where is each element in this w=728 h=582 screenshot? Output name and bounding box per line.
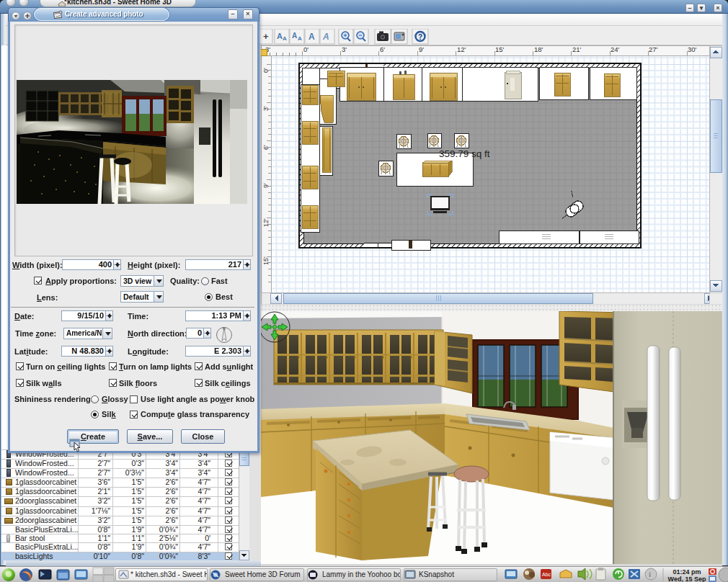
svg-text:3': 3'	[262, 106, 270, 111]
svg-text:A: A	[277, 32, 283, 40]
svg-text:9': 9'	[419, 45, 424, 53]
svg-text:12': 12'	[262, 218, 270, 227]
svg-text:A: A	[283, 35, 287, 42]
svg-text:6': 6'	[262, 145, 270, 150]
svg-text:12': 12'	[457, 45, 466, 53]
svg-text:A: A	[292, 32, 297, 40]
svg-text:A: A	[308, 32, 315, 42]
svg-text:24': 24'	[611, 45, 620, 53]
svg-text:0': 0'	[303, 45, 308, 53]
svg-text:6': 6'	[380, 45, 385, 53]
svg-text:0': 0'	[262, 68, 270, 73]
svg-text:30': 30'	[688, 45, 697, 53]
svg-text:+: +	[263, 31, 269, 42]
svg-text:A: A	[322, 32, 329, 42]
svg-text:9': 9'	[262, 183, 270, 188]
svg-text:18': 18'	[534, 45, 543, 53]
svg-text:3': 3'	[342, 45, 347, 53]
svg-text:21': 21'	[572, 45, 582, 53]
svg-text:27': 27'	[649, 45, 658, 53]
svg-text:N: N	[223, 326, 226, 331]
svg-text:?: ?	[418, 33, 422, 41]
svg-text:Abc: Abc	[542, 572, 551, 577]
svg-text:359.79 sq ft: 359.79 sq ft	[439, 148, 490, 159]
svg-text:i: i	[649, 570, 651, 578]
svg-text:A: A	[298, 35, 302, 42]
svg-text:15': 15'	[262, 256, 270, 265]
svg-text:15': 15'	[495, 45, 505, 53]
